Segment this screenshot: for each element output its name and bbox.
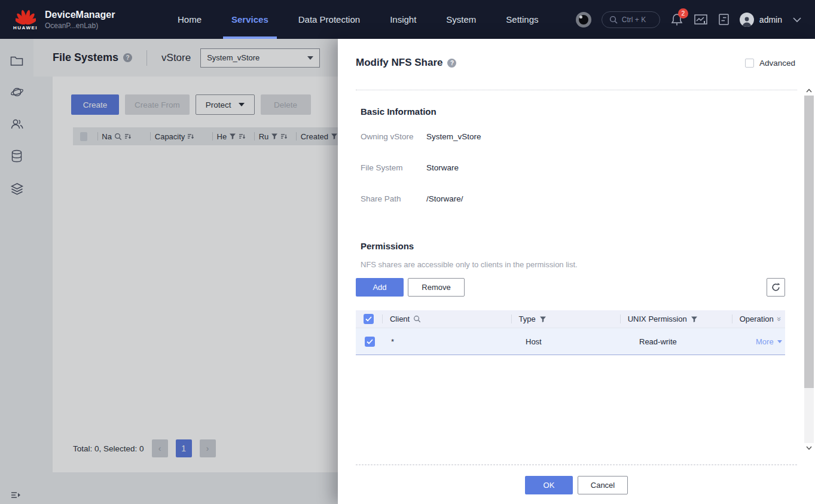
filter-icon[interactable] — [539, 316, 547, 323]
file-system-value: Storware — [426, 163, 459, 172]
device-name: OceanP...enLab) — [45, 21, 115, 30]
search-icon — [609, 16, 618, 24]
cell-unix-permission: Read-write — [631, 337, 748, 346]
share-path-label: Share Path — [361, 194, 426, 203]
modify-nfs-share-dialog: Modify NFS Share ? Advanced Basic Inform… — [338, 39, 815, 504]
scrollbar-track[interactable] — [804, 95, 814, 443]
cell-type: Host — [518, 337, 631, 346]
cell-client: * — [383, 337, 518, 346]
permissions-table: Client Type UNIX Permission Operatio — [356, 310, 785, 355]
owning-vstore-value: System_vStore — [426, 132, 481, 141]
permissions-heading: Permissions — [361, 241, 414, 251]
user-icon — [741, 15, 753, 27]
advanced-label: Advanced — [759, 59, 795, 68]
advanced-toggle[interactable]: Advanced — [745, 59, 795, 68]
nav-item-insight[interactable]: Insight — [381, 0, 425, 39]
nav-item-data-protection[interactable]: Data Protection — [290, 0, 368, 39]
chevron-down-icon — [806, 446, 812, 450]
select-all-checkbox[interactable] — [364, 314, 374, 324]
scroll-down-button[interactable] — [804, 443, 814, 453]
more-actions-link[interactable]: More — [756, 337, 782, 346]
document-icon — [718, 13, 729, 26]
performance-alert-button[interactable] — [694, 13, 708, 26]
caret-down-icon — [777, 340, 782, 343]
divider — [356, 465, 797, 465]
share-path-value: /Storware/ — [426, 194, 463, 203]
more-label: More — [756, 337, 774, 346]
permissions-table-header: Client Type UNIX Permission Operatio — [356, 310, 785, 328]
huawei-logo-icon: HUAWEI — [13, 9, 38, 30]
huawei-wordmark: HUAWEI — [13, 25, 38, 30]
dialog-scrollbar — [804, 85, 814, 453]
refresh-icon — [771, 282, 781, 292]
nav-item-system[interactable]: System — [438, 0, 484, 39]
owning-vstore-label: Owning vStore — [361, 132, 426, 141]
dialog-title: Modify NFS Share — [356, 57, 442, 69]
column-unix-permission: UNIX Permission — [620, 314, 732, 323]
main-menu: Home Services Data Protection Insight Sy… — [169, 0, 547, 39]
dialog-footer: OK Cancel — [338, 476, 815, 494]
logs-button[interactable] — [718, 13, 729, 26]
avatar[interactable] — [740, 13, 754, 27]
filter-icon[interactable] — [691, 316, 698, 323]
add-permission-button[interactable]: Add — [356, 278, 404, 297]
divider — [356, 90, 797, 90]
chart-alert-icon — [694, 13, 708, 26]
refresh-button[interactable] — [767, 278, 785, 297]
cancel-button[interactable]: Cancel — [578, 476, 628, 494]
nav-item-home[interactable]: Home — [169, 0, 210, 39]
brand: HUAWEI DeviceManager OceanP...enLab) — [0, 9, 152, 30]
device-lens-icon[interactable] — [576, 12, 591, 28]
column-type: Type — [511, 314, 620, 323]
check-icon — [365, 316, 372, 322]
scroll-up-button[interactable] — [804, 85, 814, 95]
help-icon[interactable]: ? — [447, 59, 456, 68]
basic-info-heading: Basic Information — [361, 106, 437, 117]
username[interactable]: admin — [759, 15, 782, 25]
row-checkbox[interactable] — [365, 337, 375, 347]
permission-row[interactable]: * Host Read-write More — [356, 328, 785, 355]
file-system-label: File System — [361, 163, 426, 172]
scrollbar-thumb[interactable] — [804, 96, 814, 388]
notifications-button[interactable]: 2 — [670, 13, 683, 27]
search-icon[interactable] — [413, 315, 421, 323]
nav-item-services[interactable]: Services — [223, 0, 277, 39]
check-icon — [367, 339, 373, 344]
chevron-down-icon[interactable] — [792, 17, 802, 23]
column-settings-icon[interactable]: » — [775, 317, 784, 321]
app-title: DeviceManager — [45, 9, 115, 21]
permissions-note: NFS shares are accessible only to client… — [361, 260, 578, 269]
owning-vstore-row: Owning vStore System_vStore — [361, 132, 481, 141]
file-system-row: File System Storware — [361, 163, 459, 172]
column-operation: Operation » — [732, 314, 785, 323]
topnav-right: Ctrl + K 2 — [576, 11, 815, 28]
notification-badge: 2 — [678, 8, 688, 19]
top-navbar: HUAWEI DeviceManager OceanP...enLab) Hom… — [0, 0, 815, 39]
chevron-up-icon — [806, 88, 812, 93]
ok-button[interactable]: OK — [525, 476, 573, 494]
remove-permission-button[interactable]: Remove — [408, 278, 465, 297]
modal-dim-overlay — [0, 39, 338, 504]
column-client: Client — [382, 314, 511, 323]
advanced-checkbox[interactable] — [745, 59, 754, 68]
global-search-input[interactable]: Ctrl + K — [602, 11, 660, 28]
nav-item-settings[interactable]: Settings — [497, 0, 547, 39]
search-shortcut: Ctrl + K — [622, 16, 646, 24]
share-path-row: Share Path /Storware/ — [361, 194, 463, 203]
